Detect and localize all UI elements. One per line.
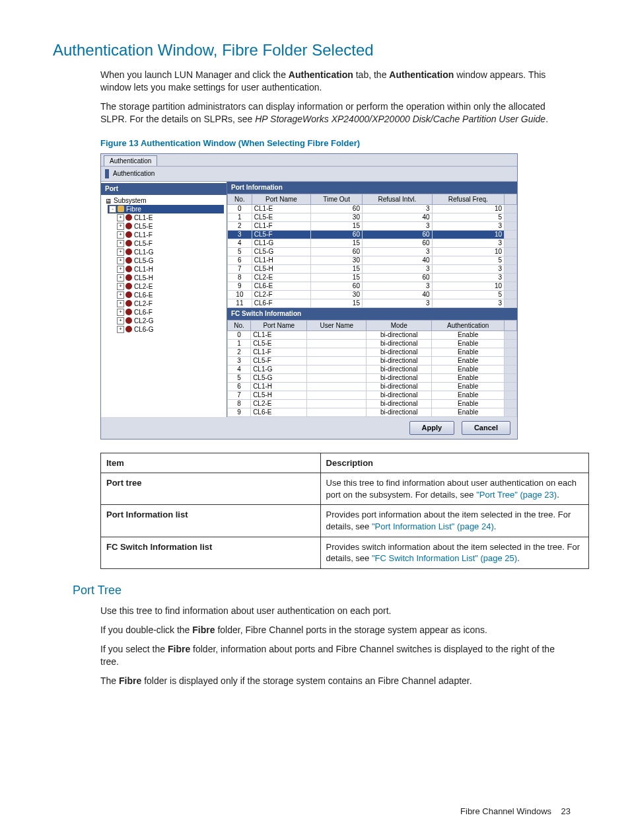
tree-port-item[interactable]: +CL1-E [116,213,224,222]
expand-icon[interactable]: + [117,257,124,264]
column-header[interactable]: Refusal Freq. [432,194,504,205]
expand-icon[interactable]: + [117,309,124,316]
tree-fibre-folder[interactable]: - Fibre [108,205,224,213]
tree-port-item[interactable]: +CL5-E [116,222,224,231]
cell-mode: bi-directional [367,408,432,417]
apply-button[interactable]: Apply [409,421,455,435]
table-row[interactable]: 3CL5-F606010 [228,231,517,239]
tree-label: CL2-G [134,317,153,325]
table-row[interactable]: 6CL1-Hbi-directionalEnable [228,383,517,391]
port-tree-header: Port [101,183,227,195]
cross-reference-link[interactable]: "Port Tree" (page 23) [476,490,557,500]
cell-mode: bi-directional [367,391,432,400]
expand-icon[interactable]: + [117,283,124,290]
cell-port-name: CL2-F [252,291,310,299]
tree-port-item[interactable]: +CL2-G [116,317,224,325]
table-row[interactable]: 2CL1-F1533 [228,222,517,231]
table-row[interactable]: 1CL5-Ebi-directionalEnable [228,340,517,348]
tree-port-item[interactable]: +CL2-F [116,299,224,308]
text: folder is displayed only if the storage … [141,675,472,686]
column-header[interactable]: User Name [307,320,367,331]
tree-port-item[interactable]: +CL1-G [116,248,224,256]
table-row[interactable]: 7CL5-Hbi-directionalEnable [228,391,517,400]
column-header[interactable]: Authentication [432,320,505,331]
cell-no: 8 [228,274,252,282]
port-icon [125,240,132,247]
tree-label: CL5-H [134,274,153,282]
tree-port-item[interactable]: +CL1-F [116,231,224,239]
cross-reference-link[interactable]: "Port Information List" (page 24) [372,521,494,531]
column-header[interactable]: No. [228,320,251,331]
table-row[interactable]: 8CL2-E15603 [228,274,517,282]
tree-port-item[interactable]: +CL5-H [116,274,224,282]
table-row[interactable]: 5CL5-G60310 [228,248,517,256]
cancel-button[interactable]: Cancel [462,421,510,435]
column-header[interactable]: No. [228,194,252,205]
port-info-table[interactable]: No.Port NameTime OutRefusal Intvl.Refusa… [227,194,517,309]
tree-port-item[interactable]: +CL5-G [116,256,224,265]
cell-refusal-intvl: 40 [362,213,432,222]
expand-icon[interactable]: + [117,300,124,307]
table-row[interactable]: 1CL5-E30405 [228,213,517,222]
expand-icon[interactable]: + [117,214,124,221]
expand-icon[interactable]: + [117,223,124,230]
expand-icon[interactable]: + [117,291,124,299]
table-row[interactable]: 9CL6-Ebi-directionalEnable [228,408,517,417]
cross-reference-link[interactable]: "FC Switch Information List" (page 25) [372,553,517,563]
tree-port-item[interactable]: +CL6-G [116,325,224,334]
scrollbar-gutter [505,239,517,248]
tree-label: CL5-G [134,256,153,265]
item-description-table: Item Description Port treeUse this tree … [100,453,589,569]
tree-port-item[interactable]: +CL2-E [116,282,224,291]
table-row[interactable]: 10CL2-F30405 [228,291,517,299]
scrollbar-gutter [505,231,517,239]
tree-port-item[interactable]: +CL5-F [116,239,224,248]
expand-icon[interactable]: - [109,206,116,213]
tree-port-item[interactable]: +CL6-F [116,308,224,317]
col-item: Item [101,453,321,473]
cell-refusal-intvl: 3 [362,282,432,291]
scrollbar-gutter [505,348,517,357]
tab-authentication[interactable]: Authentication [104,155,157,167]
cell-no: 7 [228,265,252,274]
port-icon [125,309,132,315]
port-tree-pane[interactable]: Port 🖥 Subsystem - Fibre +CL1-E+CL5-E+CL… [101,182,227,417]
table-row[interactable]: 0CL1-E60310 [228,205,517,213]
cell-refusal-freq: 10 [432,231,504,239]
tree-root[interactable]: 🖥 Subsystem [104,196,224,205]
cell-refusal-intvl: 40 [362,256,432,265]
port-icon [125,266,132,272]
table-row[interactable]: 0CL1-Ebi-directionalEnable [228,331,517,340]
column-header[interactable]: Port Name [252,194,310,205]
table-row[interactable]: 9CL6-E60310 [228,282,517,291]
expand-icon[interactable]: + [117,266,124,273]
column-header[interactable]: Port Name [251,320,307,331]
table-row[interactable]: 4CL1-Gbi-directionalEnable [228,365,517,374]
cell-port-name: CL5-H [251,391,307,400]
table-row[interactable]: 4CL1-G15603 [228,239,517,248]
table-row[interactable]: 6CL1-H30405 [228,256,517,265]
cell-refusal-freq: 3 [432,239,504,248]
table-row[interactable]: 2CL1-Fbi-directionalEnable [228,348,517,357]
expand-icon[interactable]: + [117,326,124,333]
expand-icon[interactable]: + [117,231,124,239]
expand-icon[interactable]: + [117,248,124,256]
column-header[interactable]: Refusal Intvl. [362,194,432,205]
scrollbar-gutter [505,282,517,291]
table-row[interactable]: 11CL6-F1533 [228,299,517,308]
fc-switch-table[interactable]: No.Port NameUser NameModeAuthentication … [227,320,517,418]
tree-port-item[interactable]: +CL6-E [116,291,224,299]
table-row[interactable]: 5CL5-Gbi-directionalEnable [228,374,517,383]
table-row[interactable]: 8CL2-Ebi-directionalEnable [228,400,517,408]
table-row[interactable]: 3CL5-Fbi-directionalEnable [228,357,517,365]
expand-icon[interactable]: + [117,317,124,325]
table-row[interactable]: 7CL5-H1533 [228,265,517,274]
port-tree[interactable]: 🖥 Subsystem - Fibre +CL1-E+CL5-E+CL1-F+C… [101,195,227,335]
cell-mode: bi-directional [367,374,432,383]
tree-label: CL6-G [134,325,153,334]
expand-icon[interactable]: + [117,240,124,247]
column-header[interactable]: Mode [367,320,432,331]
tree-port-item[interactable]: +CL1-H [116,265,224,274]
expand-icon[interactable]: + [117,274,124,282]
column-header[interactable]: Time Out [311,194,363,205]
